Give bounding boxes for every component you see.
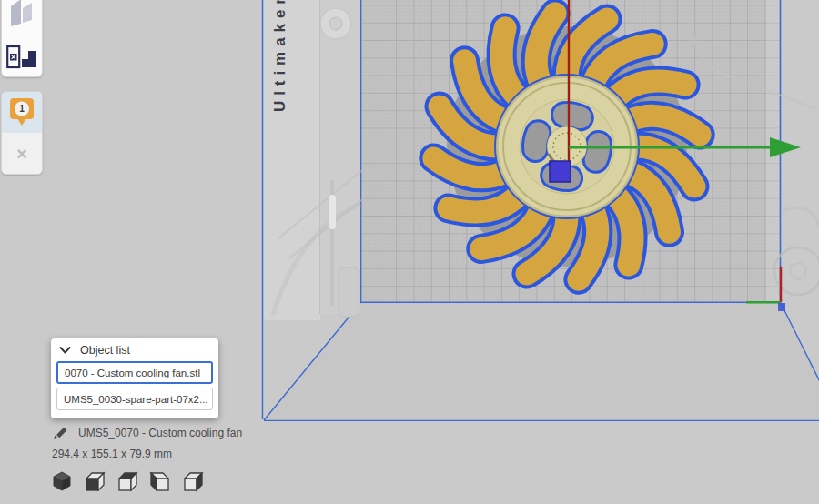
view-front-cube-icon (83, 470, 106, 492)
close-icon: × (16, 145, 27, 163)
view-top-button[interactable] (116, 469, 139, 493)
toolbar-group-bottom: 1 × (1, 91, 43, 175)
object-list-header[interactable]: Object list (51, 338, 218, 361)
view-left-button[interactable] (148, 469, 172, 493)
close-tool-button[interactable]: × (2, 133, 42, 174)
view-3d-button[interactable] (50, 469, 74, 493)
mirror-icon (8, 0, 35, 29)
rename-pencil-icon[interactable] (53, 425, 68, 440)
object-list-item[interactable]: UMS5_0030-spare-part-07x2... (56, 388, 213, 410)
per-model-settings-button[interactable] (2, 35, 42, 76)
active-tool-badge-button[interactable]: 1 (2, 92, 42, 133)
model-dimensions: 294.4 x 155.1 x 79.9 mm (52, 448, 172, 460)
chevron-down-icon (59, 346, 71, 355)
gizmo-center-handle[interactable] (550, 161, 571, 182)
view-top-cube-icon (116, 470, 139, 492)
toolbar-group-top (1, 0, 43, 77)
model-name: UMS5_0070 - Custom cooling fan (78, 427, 242, 439)
camera-view-buttons (50, 469, 205, 493)
view-left-cube-icon (148, 470, 172, 492)
per-model-settings-icon (5, 43, 38, 70)
view-front-button[interactable] (83, 469, 106, 493)
view-right-cube-icon (181, 470, 205, 492)
cura-3d-viewport[interactable]: Ultimaker (0, 0, 819, 504)
notification-pin-icon: 1 (9, 97, 35, 128)
model-name-row: UMS5_0070 - Custom cooling fan (53, 425, 242, 440)
view-3d-cube-icon (50, 470, 74, 492)
object-list-title: Object list (80, 344, 130, 357)
printer-brand-label: Ultimaker (271, 0, 288, 112)
mirror-tool-button[interactable] (2, 0, 42, 35)
object-list-panel: Object list 0070 - Custom cooling fan.st… (51, 338, 218, 418)
object-list-item-selected[interactable]: 0070 - Custom cooling fan.stl (56, 361, 213, 384)
badge-count: 1 (19, 104, 25, 114)
view-right-button[interactable] (181, 469, 205, 493)
